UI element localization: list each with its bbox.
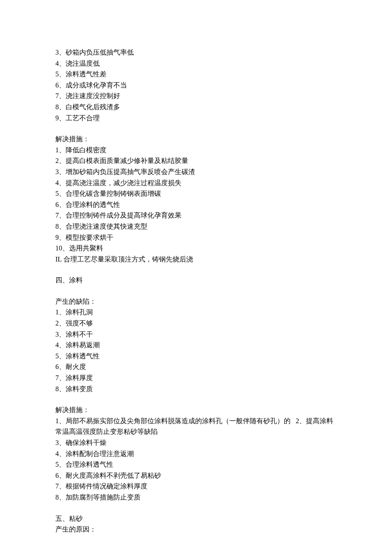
list-item: 6、耐火度 bbox=[55, 361, 337, 372]
list-item: 6、成分或球化孕育不当 bbox=[55, 80, 337, 91]
list-item: 8、加防腐剂等措施防止变质 bbox=[55, 492, 337, 503]
list-item: 4、浇注温度低 bbox=[55, 58, 337, 69]
list-item-part: 2、提高涂料 bbox=[296, 417, 333, 424]
list-item: 8、合理浇注速度使其快速充型 bbox=[55, 221, 337, 232]
solution-section-two: 解决措施： 1、局部不易振实部位及尖角部位涂料脱落造成的涂料孔（一般伴随有砂孔）… bbox=[55, 404, 337, 503]
defect-section: 产生的缺陷： 1、涂料孔洞 2、强度不够 3、涂料不干 4、涂料易返潮 5、涂料… bbox=[55, 296, 337, 394]
section-heading: 五、粘砂 bbox=[55, 513, 337, 524]
list-item: 4、涂料易返潮 bbox=[55, 340, 337, 351]
list-item: 4、提高浇注温度，减少浇注过程温度损失 bbox=[55, 177, 337, 189]
list-item: 1、降低白模密度 bbox=[55, 145, 337, 156]
list-item: 1、涂料孔洞 bbox=[55, 307, 337, 318]
list-item: 3、涂料不干 bbox=[55, 329, 337, 340]
list-item: 7、合理控制铸件成分及提高球化孕育效果 bbox=[55, 210, 337, 221]
list-item: 8、涂料变质 bbox=[55, 384, 337, 395]
list-item-continuation: 常温高温强度防止变形粘砂等缺陷 bbox=[55, 426, 337, 437]
list-item: 2、强度不够 bbox=[55, 318, 337, 329]
section-five: 五、粘砂 产生的原因： bbox=[55, 513, 337, 535]
list-item: 2、提高白模表面质量减少修补量及粘结胶量 bbox=[55, 155, 337, 166]
list-item: 3、增加砂箱内负压提高抽气率反喷会产生碳渣 bbox=[55, 166, 337, 177]
section-heading: 四、涂料 bbox=[55, 275, 337, 286]
list-item: 5、合理化碳含量控制铸钢表面增碳 bbox=[55, 188, 337, 199]
list-item: 7、根据铸件情况确定涂料厚度 bbox=[55, 481, 337, 492]
list-item: 10、选用共聚料 bbox=[55, 243, 337, 254]
section-subheading: 产生的原因： bbox=[55, 524, 337, 535]
section-heading: 解决措施： bbox=[55, 404, 337, 416]
section-heading: 产生的缺陷： bbox=[55, 296, 337, 307]
list-item: 9、模型按要求烘干 bbox=[55, 232, 337, 243]
list-item: 4、涂料配制合理注意返潮 bbox=[55, 448, 337, 459]
wrapped-line: 1、局部不易振实部位及尖角部位涂料脱落造成的涂料孔（一般伴随有砂孔）的 2、提高… bbox=[55, 416, 337, 427]
list-item: 9、工艺不合理 bbox=[55, 113, 337, 124]
list-item: 7、浇注速度没控制好 bbox=[55, 90, 337, 102]
list-item: 6、耐火度高涂料不剥壳低了易粘砂 bbox=[55, 470, 337, 481]
section-heading: 解决措施： bbox=[55, 134, 337, 145]
list-item: 3、确保涂料干燥 bbox=[55, 437, 337, 448]
solution-section: 解决措施： 1、降低白模密度 2、提高白模表面质量减少修补量及粘结胶量 3、增加… bbox=[55, 134, 337, 264]
list-item: 6、合理涂料的透气性 bbox=[55, 199, 337, 210]
list-item: 5、涂料透气性 bbox=[55, 351, 337, 362]
list-item: 8、白模气化后残渣多 bbox=[55, 102, 337, 113]
reason-list-continued: 3、砂箱内负压低抽气率低 4、浇注温度低 5、涂料透气性差 6、成分或球化孕育不… bbox=[55, 47, 337, 123]
list-item: 5、合理涂料透气性 bbox=[55, 459, 337, 470]
list-item: 5、涂料透气性差 bbox=[55, 69, 337, 80]
list-item: 3、砂箱内负压低抽气率低 bbox=[55, 47, 337, 58]
list-item-part: 1、局部不易振实部位及尖角部位涂料脱落造成的涂料孔（一般伴随有砂孔）的 bbox=[55, 417, 291, 424]
list-item: 7、涂料厚度 bbox=[55, 372, 337, 384]
section-four: 四、涂料 bbox=[55, 275, 337, 286]
list-item: IL 合理工艺尽量采取顶注方式，铸钢先烧后浇 bbox=[55, 254, 337, 265]
